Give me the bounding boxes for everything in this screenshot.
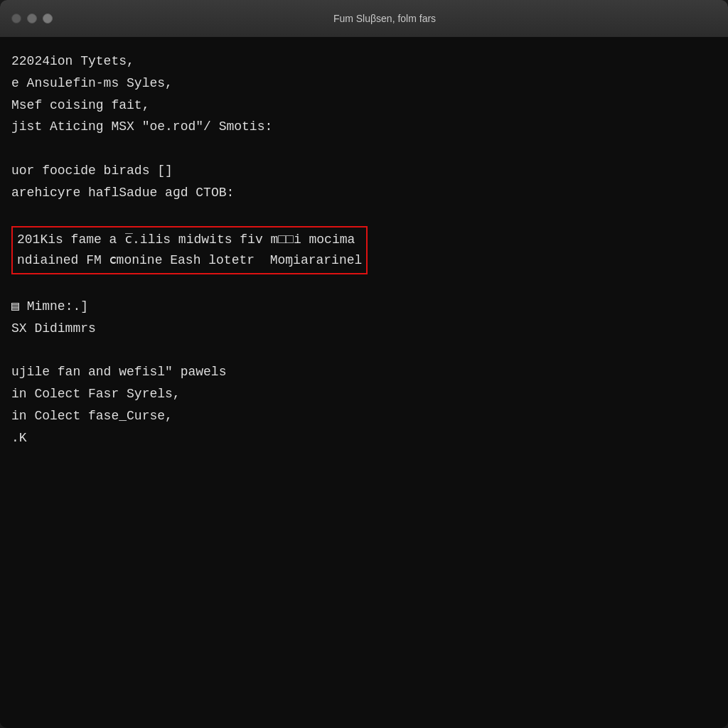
line-3: Msef coising fait, <box>11 95 717 116</box>
line-13: SX Didimmrs <box>11 318 717 339</box>
line-14 <box>11 340 717 360</box>
line-6: uor foocide birads [] <box>11 161 717 181</box>
highlighted-block: 201Kis fame a c̅.ilis midwits fiv m□□i m… <box>11 226 368 274</box>
line-16: in Colect Fasr Syrels, <box>11 384 717 405</box>
highlight-line-1: 201Kis fame a c̅.ilis midwits fiv m□□i m… <box>17 230 362 250</box>
terminal-window: Fum Sluβsen, folm fars 22024ion Tytets, … <box>0 0 728 728</box>
line-1: 22024ion Tytets, <box>11 51 717 72</box>
line-12: ▤ Mimne:.] <box>11 296 717 317</box>
window-title: Fum Sluβsen, folm fars <box>53 13 717 24</box>
close-button[interactable] <box>11 14 21 23</box>
line-2: e Ansulefin-ms Syles, <box>11 73 717 94</box>
line-7: arehicyre haflSadue aɡd CTOB: <box>11 183 717 203</box>
line-18: .K <box>11 428 717 449</box>
minimize-button[interactable] <box>27 14 37 23</box>
line-11 <box>11 274 717 295</box>
titlebar: Fum Sluβsen, folm fars <box>0 0 728 37</box>
line-5 <box>11 139 717 159</box>
highlight-line-2: ndiained FM ᴄmonine Eash lotetr Moɱiarar… <box>17 250 362 271</box>
line-8 <box>11 205 717 225</box>
line-17: in Colect fase_Curse, <box>11 406 717 427</box>
traffic-lights <box>11 14 53 23</box>
terminal-body[interactable]: 22024ion Tytets, e Ansulefin-ms Syles, M… <box>0 37 728 728</box>
line-4: jist Aticing MSX "oe.rod"/ Smotis: <box>11 117 717 137</box>
maximize-button[interactable] <box>43 14 53 23</box>
line-15: ujile fan and wefisl" pawels <box>11 362 717 382</box>
